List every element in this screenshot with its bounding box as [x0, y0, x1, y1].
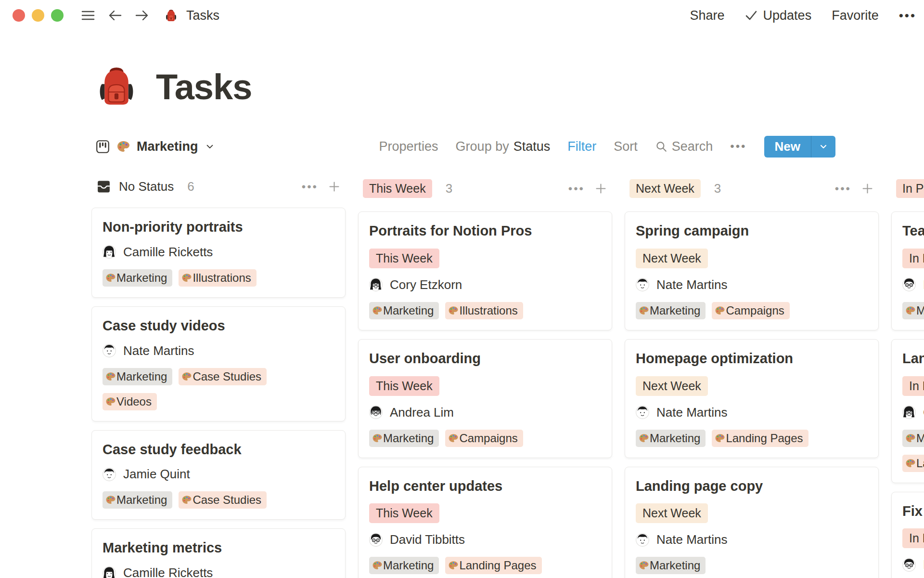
tag-chip: Videos [103, 393, 157, 410]
task-card[interactable]: Case study feedback Jamie Quint Marketin… [91, 430, 346, 520]
task-card[interactable]: Landing page copyNext Week Nate Martins … [625, 467, 879, 578]
tag-label: Case Studies [192, 370, 261, 383]
task-card[interactable]: Portraits for Notion ProsThis Week Cory … [358, 211, 612, 330]
board-view-icon [95, 139, 110, 154]
task-card[interactable]: Case study videos Nate Martins Marketing… [91, 306, 346, 421]
status-badge: In Progress [902, 528, 924, 548]
add-card-button[interactable] [594, 182, 607, 195]
breadcrumb[interactable]: Tasks [165, 8, 219, 23]
tag-chip: Landing Pages [445, 557, 541, 574]
view-selector-label: Marketing [137, 139, 198, 154]
task-card[interactable]: Non-priority portraits Camille Ricketts … [91, 208, 346, 298]
avatar-icon [369, 278, 383, 291]
palette-icon [181, 273, 192, 283]
palette-icon [105, 495, 116, 505]
column-more-button[interactable]: ••• [302, 180, 318, 194]
new-button[interactable]: New [764, 136, 835, 158]
status-badge: This Week [369, 249, 439, 268]
page-icon-backpack[interactable] [95, 66, 138, 108]
back-arrow-icon[interactable] [108, 9, 122, 22]
palette-icon [116, 140, 130, 154]
assignee: Nate Martins [103, 343, 334, 358]
task-card[interactable]: Help center updatesThis Week David Tibbi… [358, 467, 612, 578]
palette-icon [715, 433, 725, 444]
assignee: Jamie Quint [103, 467, 334, 482]
status-badge: In Progress [902, 376, 924, 396]
palette-icon [905, 433, 916, 444]
status-badge: This Week [369, 376, 439, 396]
tag-label: Marketing [650, 304, 700, 317]
task-card[interactable]: TeamIn Progress D Marketing [891, 211, 924, 330]
updates-button[interactable]: Updates [745, 8, 812, 23]
status-row: In Progress [902, 367, 924, 396]
assignee-name: Cory Etzkorn [390, 277, 462, 292]
tag-chip: Case Studies [179, 491, 267, 509]
search-icon [655, 140, 667, 153]
share-button[interactable]: Share [690, 8, 725, 23]
assignee-name: David Tibbitts [390, 532, 465, 547]
window-zoom-button[interactable] [51, 9, 64, 22]
filter-button[interactable]: Filter [567, 139, 596, 154]
tag-row: Marketing Case Studies [103, 368, 334, 385]
backpack-icon [165, 9, 178, 22]
card-title: Help center updates [369, 478, 601, 495]
window-more-button[interactable]: ••• [899, 8, 916, 23]
tag-row: Marketing Landing Pages [636, 430, 868, 447]
new-dropdown-chevron-icon[interactable] [811, 136, 835, 158]
avatar [103, 245, 116, 259]
avatar-icon [369, 533, 383, 547]
card-title: User onboarding [369, 350, 601, 367]
task-card[interactable]: Fix sIn Progress D Marketing [891, 492, 924, 578]
add-card-button[interactable] [328, 180, 341, 193]
card-list: Spring campaignNext Week Nate Martins Ma… [625, 211, 879, 578]
tag-chip: Case Studies [179, 368, 267, 385]
task-card[interactable]: Marketing metrics Camille Ricketts [91, 528, 346, 578]
status-badge: Next Week [636, 249, 708, 268]
card-list: Portraits for Notion ProsThis Week Cory … [358, 211, 612, 578]
status-row: This Week [369, 239, 601, 268]
tag-label: Marketing [116, 493, 167, 507]
tag-row: Videos [103, 393, 334, 410]
status-badge: Next Week [636, 376, 708, 396]
avatar-icon [636, 278, 649, 291]
palette-icon [448, 560, 459, 571]
status-badge: This Week [369, 503, 439, 523]
assignee: D [902, 557, 924, 572]
tag-label: Marketing [383, 559, 434, 572]
palette-icon [181, 495, 192, 505]
toolbar-more-button[interactable]: ••• [730, 140, 746, 153]
view-selector[interactable]: Marketing [95, 139, 215, 154]
task-card[interactable]: LandIn Progress C Marketing Landing Page… [891, 339, 924, 483]
avatar [369, 406, 383, 419]
search-button[interactable]: Search [655, 139, 713, 154]
task-card[interactable]: User onboardingThis Week Andrea Lim Mark… [358, 339, 612, 458]
palette-icon [905, 458, 916, 469]
column-more-button[interactable]: ••• [568, 182, 585, 196]
window-close-button[interactable] [13, 9, 25, 22]
column-more-button[interactable]: ••• [835, 182, 851, 196]
palette-icon [105, 396, 116, 407]
palette-icon [715, 305, 725, 316]
palette-icon [105, 273, 116, 283]
tag-chip: Marketing [369, 557, 439, 574]
sort-button[interactable]: Sort [614, 139, 638, 154]
group-by-button[interactable]: Group by Status [456, 139, 551, 154]
tag-chip: Landing Pages [902, 455, 924, 472]
task-card[interactable]: Homepage optimizationNext Week Nate Mart… [625, 339, 879, 458]
chevron-down-icon [205, 141, 215, 152]
sidebar-toggle-icon[interactable] [81, 10, 95, 21]
forward-arrow-icon[interactable] [135, 9, 149, 22]
palette-icon [105, 371, 116, 382]
card-title: Marketing metrics [103, 539, 334, 556]
tag-row: Marketing [636, 557, 868, 574]
favorite-button[interactable]: Favorite [832, 8, 879, 23]
tag-label: Marketing [650, 432, 700, 445]
tag-chip: Marketing [369, 302, 439, 319]
add-card-button[interactable] [861, 182, 874, 195]
palette-icon [181, 273, 192, 283]
task-card[interactable]: Spring campaignNext Week Nate Martins Ma… [625, 211, 879, 330]
properties-button[interactable]: Properties [379, 139, 438, 154]
window-minimize-button[interactable] [32, 9, 44, 22]
palette-icon [181, 371, 192, 382]
column-title-label: No Status [119, 179, 174, 194]
